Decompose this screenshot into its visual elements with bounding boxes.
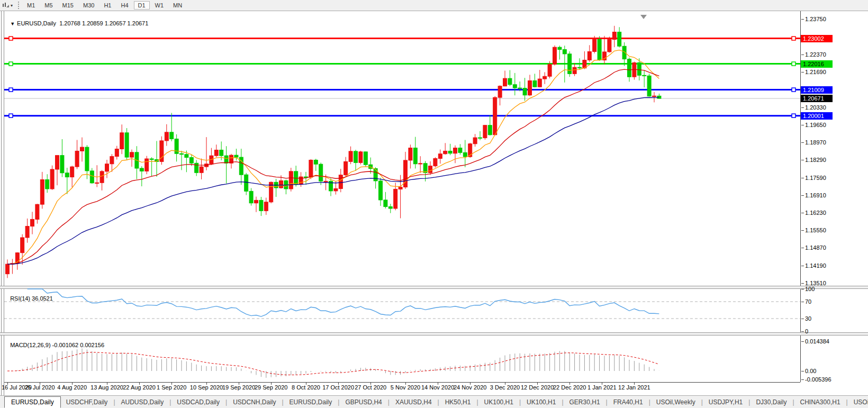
tab-separator: | [338, 398, 339, 406]
candle-body [553, 47, 557, 64]
candle-body [324, 181, 328, 182]
candle-body [100, 171, 104, 183]
chart-tab-uk100-h1[interactable]: UK100,H1 [479, 397, 519, 407]
price-axis-tick: 1.15550 [805, 227, 826, 233]
timeframe-button-mn[interactable]: MN [169, 1, 186, 10]
candle-body [608, 40, 611, 52]
chart-tab-usdcnh-daily[interactable]: USDCNH,Daily [228, 397, 281, 407]
candle-body [180, 153, 184, 154]
date-axis-label: 3 Dec 2020 [490, 384, 520, 391]
chart-tab-usdjpy-h1[interactable]: USDJPY,H1 [703, 397, 748, 407]
horizontal-line-1.21009[interactable] [4, 88, 800, 92]
hline-left-handle[interactable] [9, 114, 13, 117]
candle-body [523, 88, 527, 95]
candle-body [46, 179, 49, 189]
tab-separator: | [438, 398, 439, 406]
date-axis-label: 12 Dec 2020 [521, 384, 554, 391]
chart-tab-usdchf-daily[interactable]: USDCHF,Daily [61, 397, 113, 407]
chart-cursor-icon[interactable]: ▾ [2, 2, 13, 8]
candle-body [224, 156, 228, 163]
tab-separator: | [846, 398, 848, 406]
candle-body [573, 67, 576, 74]
chart-tab-eurusd-daily[interactable]: EURUSD,Daily [284, 397, 338, 407]
candle-body [543, 76, 547, 79]
chart-tool-caret-icon[interactable]: ▾ [11, 3, 13, 8]
hline-right-handle[interactable] [792, 37, 795, 40]
chart-tab-usoil-weekly[interactable]: USOil,Weekly [651, 397, 701, 407]
hline-left-handle[interactable] [9, 88, 13, 92]
candle-body [339, 175, 342, 189]
macd-panel[interactable] [4, 334, 800, 382]
horizontal-line-1.23002[interactable] [4, 37, 800, 40]
window-left-border [1, 11, 2, 395]
tab-separator: | [748, 398, 750, 406]
timeframe-button-h4[interactable]: H4 [116, 1, 132, 10]
candle-body [458, 148, 462, 153]
chart-tab-audusd-daily[interactable]: AUDUSD,Daily [116, 397, 169, 407]
price-axis-tick: 1.18970 [805, 139, 826, 146]
timeframe-button-h1[interactable]: H1 [100, 1, 115, 10]
hline-left-handle[interactable] [9, 62, 13, 66]
timeframe-button-d1[interactable]: D1 [134, 1, 150, 10]
chart-collapse-icon[interactable]: ▼ [10, 21, 15, 26]
candle-body [31, 219, 34, 226]
candle-body [145, 159, 149, 171]
tab-separator: | [519, 398, 521, 406]
timeframe-button-m1[interactable]: M1 [23, 1, 39, 10]
candle-body [438, 154, 442, 159]
horizontal-line-1.22016[interactable] [4, 62, 800, 66]
timeframe-button-m30[interactable]: M30 [79, 1, 98, 10]
candle-body [643, 75, 646, 76]
candle-body [513, 85, 517, 88]
price-axis-tick: 1.17590 [805, 175, 826, 181]
candle-body [21, 238, 24, 253]
timeframe-button-w1[interactable]: W1 [151, 1, 168, 10]
price-axis-tick: 1.16910 [805, 192, 826, 198]
hline-right-handle[interactable] [792, 88, 795, 92]
candle-body [150, 159, 153, 159]
hline-left-handle[interactable] [9, 37, 13, 40]
chart-tab-fra40-h1[interactable]: FRA40,H1 [608, 397, 648, 407]
chart-tab-eurusd-daily[interactable]: EURUSD,Daily [4, 396, 61, 408]
toolbar-grip[interactable] [18, 2, 19, 9]
timeframe-button-m5[interactable]: M5 [40, 1, 57, 10]
tab-separator: | [649, 398, 650, 406]
date-axis-label: 22 Aug 2020 [123, 384, 156, 391]
price-axis-tick: 1.20330 [805, 104, 826, 111]
timeframe-button-m15[interactable]: M15 [58, 1, 78, 10]
rsi-panel[interactable] [4, 288, 800, 332]
chart-tab-ger30-h1[interactable]: GER30,H1 [564, 397, 605, 407]
candle-body [454, 148, 457, 153]
candle-body [115, 149, 119, 157]
candle-body [558, 47, 562, 49]
candle-body [483, 125, 487, 138]
main-price-chart[interactable] [4, 13, 800, 286]
macd-name: MACD(12,26,9) [10, 342, 50, 348]
chart-tab-uk100-h1[interactable]: UK100,H1 [521, 397, 561, 407]
candle-body [598, 39, 601, 60]
hline-right-handle[interactable] [792, 62, 795, 66]
hline-right-handle[interactable] [792, 114, 795, 117]
price-axis-chip-1.21009: 1.21009 [801, 86, 833, 94]
horizontal-line-1.20001[interactable] [4, 114, 800, 117]
rsi-value: 36.0521 [32, 295, 53, 302]
chart-tab-gbpusd-h4[interactable]: GBPUSD,H4 [340, 397, 387, 407]
chart-tab-dj30-daily[interactable]: DJ30,Daily [751, 397, 792, 407]
candle-body [279, 180, 283, 188]
candle-body [429, 166, 432, 173]
date-axis-label: 13 Aug 2020 [91, 384, 123, 391]
tab-separator: | [388, 398, 390, 406]
candle-body [234, 155, 238, 157]
candle-body [448, 151, 452, 153]
macd-axis-tick: -0.005396 [805, 376, 831, 383]
chart-tab-china300-h1[interactable]: CHINA300,H1 [795, 397, 846, 407]
tab-separator: | [606, 398, 608, 406]
chart-shift-marker [640, 15, 647, 19]
chart-tab-usdcad-daily[interactable]: USDCAD,Daily [171, 397, 225, 407]
tab-separator: | [792, 398, 794, 406]
chart-tab-hk50-h1[interactable]: HK50,H1 [440, 397, 476, 407]
price-axis-chip-1.23002: 1.23002 [801, 35, 833, 42]
chart-tab-usoil-[interactable]: USOil, [848, 397, 868, 407]
candle-body [388, 207, 392, 208]
chart-tab-xauusd-h4[interactable]: XAUUSD,H4 [390, 397, 437, 407]
